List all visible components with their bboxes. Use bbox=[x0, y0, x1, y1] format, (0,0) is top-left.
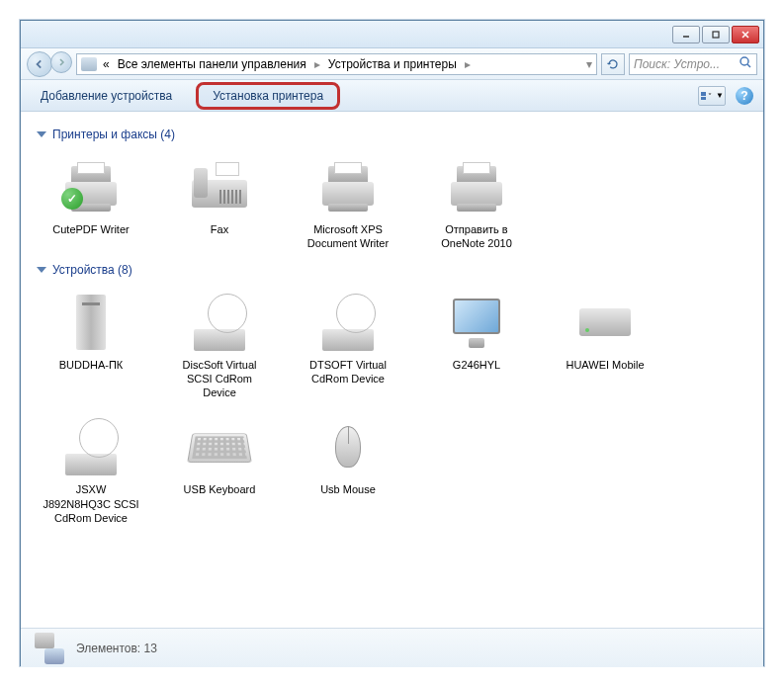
search-icon bbox=[739, 55, 752, 72]
breadcrumb-prefix: « bbox=[101, 57, 112, 71]
breadcrumb-control-panel[interactable]: Все элементы панели управления bbox=[116, 57, 308, 71]
fax-icon bbox=[190, 162, 249, 212]
device-dtsoft-cdrom[interactable]: DTSOFT Virtual CdRom Device bbox=[294, 287, 402, 404]
cdrom-icon bbox=[318, 294, 378, 351]
device-onenote[interactable]: Отправить в OneNote 2010 bbox=[422, 151, 531, 255]
minimize-button[interactable] bbox=[672, 26, 700, 43]
device-xps-writer[interactable]: Microsoft XPS Document Writer bbox=[294, 151, 402, 255]
drive-icon bbox=[577, 302, 633, 342]
explorer-window: « Все элементы панели управления ▸ Устро… bbox=[20, 20, 764, 666]
help-button[interactable]: ? bbox=[736, 87, 753, 105]
cdrom-icon bbox=[61, 418, 121, 475]
search-input[interactable]: Поиск: Устро... bbox=[629, 53, 757, 75]
device-label: DTSOFT Virtual CdRom Device bbox=[298, 358, 398, 386]
printer-icon bbox=[447, 162, 506, 212]
status-bar: Элементов: 13 bbox=[21, 628, 763, 667]
refresh-button[interactable] bbox=[601, 53, 625, 75]
device-label: Usb Mouse bbox=[320, 482, 376, 496]
nav-back-button[interactable] bbox=[27, 51, 52, 77]
close-button[interactable] bbox=[732, 26, 759, 43]
section-title: Устройства (8) bbox=[52, 263, 132, 277]
cdrom-icon bbox=[190, 294, 249, 351]
svg-rect-7 bbox=[701, 97, 706, 100]
device-huawei-mobile[interactable]: HUAWEI Mobile bbox=[551, 287, 659, 404]
device-label: Microsoft XPS Document Writer bbox=[298, 222, 398, 251]
device-label: USB Keyboard bbox=[184, 482, 256, 496]
collapse-icon[interactable] bbox=[37, 131, 46, 137]
printer-icon bbox=[318, 162, 378, 212]
mouse-icon bbox=[331, 422, 365, 472]
maximize-button[interactable] bbox=[702, 26, 730, 43]
device-label: BUDDHA-ПК bbox=[59, 358, 123, 372]
section-header-printers[interactable]: Принтеры и факсы (4) bbox=[37, 128, 747, 141]
navigation-bar: « Все элементы панели управления ▸ Устро… bbox=[21, 48, 763, 80]
device-label: Fax bbox=[211, 222, 228, 236]
search-placeholder: Поиск: Устро... bbox=[634, 57, 720, 71]
device-cutepdf-writer[interactable]: ✓ CutePDF Writer bbox=[37, 151, 145, 255]
svg-rect-1 bbox=[713, 32, 719, 38]
printers-grid: ✓ CutePDF Writer Fax Microsoft XPS Docum… bbox=[37, 151, 747, 255]
keyboard-icon bbox=[187, 434, 252, 464]
device-label: Отправить в OneNote 2010 bbox=[426, 222, 527, 251]
content-area: Принтеры и факсы (4) ✓ CutePDF Writer Fa… bbox=[21, 112, 763, 628]
address-dropdown-icon[interactable]: ▾ bbox=[586, 57, 592, 71]
device-g246hyl-monitor[interactable]: G246HYL bbox=[422, 287, 531, 404]
device-buddha-pc[interactable]: BUDDHA-ПК bbox=[37, 287, 145, 404]
svg-rect-6 bbox=[701, 92, 706, 96]
chevron-right-icon: ▸ bbox=[463, 57, 473, 71]
control-panel-icon bbox=[81, 57, 97, 71]
devices-grid: BUDDHA-ПК DiscSoft Virtual SCSI CdRom De… bbox=[37, 287, 747, 530]
command-toolbar: Добавление устройства Установка принтера… bbox=[21, 80, 763, 112]
device-label: CutePDF Writer bbox=[52, 222, 129, 236]
breadcrumb-devices-printers[interactable]: Устройства и принтеры bbox=[326, 57, 459, 71]
nav-forward-button[interactable] bbox=[50, 51, 72, 73]
section-header-devices[interactable]: Устройства (8) bbox=[37, 263, 747, 277]
add-device-button[interactable]: Добавление устройства bbox=[31, 85, 182, 107]
device-usb-mouse[interactable]: Usb Mouse bbox=[294, 411, 402, 529]
device-fax[interactable]: Fax bbox=[165, 151, 274, 255]
collapse-icon[interactable] bbox=[37, 267, 46, 273]
section-title: Принтеры и факсы (4) bbox=[52, 128, 175, 141]
svg-point-4 bbox=[740, 57, 748, 65]
view-options-button[interactable]: ▼ bbox=[698, 86, 726, 106]
item-count-label: Элементов: 13 bbox=[76, 642, 157, 655]
devices-category-icon bbox=[33, 633, 64, 664]
device-label: HUAWEI Mobile bbox=[566, 358, 644, 372]
device-label: DiscSoft Virtual SCSI CdRom Device bbox=[169, 358, 270, 400]
computer-tower-icon bbox=[68, 293, 114, 352]
device-discsoft-cdrom[interactable]: DiscSoft Virtual SCSI CdRom Device bbox=[165, 287, 274, 404]
device-jsxw-cdrom[interactable]: JSXW J892N8HQ3C SCSI CdRom Device bbox=[37, 411, 145, 529]
chevron-right-icon: ▸ bbox=[312, 57, 322, 71]
monitor-icon bbox=[449, 297, 504, 348]
add-printer-button[interactable]: Установка принтера bbox=[196, 82, 340, 110]
address-bar[interactable]: « Все элементы панели управления ▸ Устро… bbox=[76, 53, 597, 75]
device-label: JSXW J892N8HQ3C SCSI CdRom Device bbox=[41, 482, 141, 525]
titlebar bbox=[21, 21, 763, 48]
svg-line-5 bbox=[747, 64, 750, 67]
device-label: G246HYL bbox=[453, 358, 500, 372]
device-usb-keyboard[interactable]: USB Keyboard bbox=[165, 411, 274, 529]
printer-default-icon: ✓ bbox=[61, 162, 121, 212]
